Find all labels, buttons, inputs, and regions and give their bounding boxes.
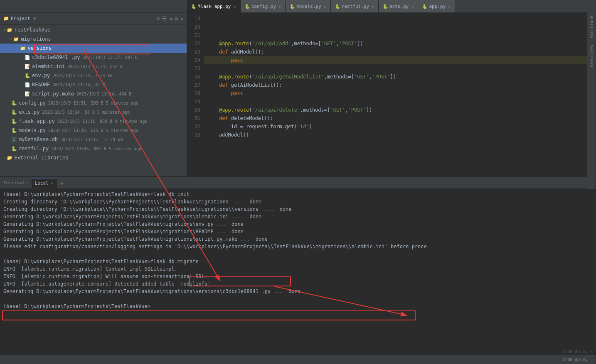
file-icon: 📁 — [7, 155, 12, 161]
terminal-line-0: (base) D:\workplace\PycharmProjects\Test… — [3, 191, 593, 198]
settings-icon[interactable]: ⚙ — [175, 16, 178, 22]
layout-icon[interactable]: ☰ — [162, 16, 167, 22]
file-meta: 2023/10/3 13:34, 3.34 kB — [52, 73, 113, 78]
file-icon: 🐍 — [191, 4, 196, 9]
terminal-tab-close[interactable]: ✕ — [51, 181, 54, 186]
code-line-21 — [204, 31, 596, 39]
code-content[interactable]: @app.route("/ai/api/add",methods=['GET',… — [204, 13, 596, 176]
tree-arrow: ▾ — [17, 46, 19, 50]
terminal-local-tab[interactable]: Local ✕ — [32, 178, 57, 188]
close-icon[interactable]: ✕ — [180, 16, 183, 22]
tree-item-alembic_ini[interactable]: 📝alembic.ini2023/10/3 13:34, 857 B — [0, 62, 187, 71]
tree-item-myDataBase_db[interactable]: 🗄️myDataBase.db2023/10/3 13:37, 12.29 kB — [0, 135, 187, 144]
tab-app_py[interactable]: 🐍app.py✕ — [418, 0, 455, 12]
terminal-line-5: Generating D:\workplace\PycharmProjects\… — [3, 228, 593, 235]
tab-exts_py[interactable]: 🐍exts.py✕ — [379, 0, 418, 12]
structure-label[interactable]: Structure — [589, 13, 595, 42]
line-num-26: 26 — [190, 73, 200, 81]
tree-arrow: ▾ — [3, 28, 5, 32]
sidebar-title: 📁 Project ▼ — [3, 16, 36, 21]
code-line-32: id = request.form.get("id") — [204, 122, 596, 131]
code-line-20 — [204, 23, 596, 31]
file-meta: 2023/10/3 13:14, 58 B 5 minutes ago — [42, 110, 130, 115]
terminal-line-2: Creating directory 'D:\\workplace\\Pycha… — [3, 205, 593, 213]
file-icon: 📁 — [7, 27, 12, 33]
tree-item-models_py[interactable]: 🐍models.py2023/10/3 13:20, 515 B 5 minut… — [0, 126, 187, 135]
terminal-tab-bar: Terminal: Local ✕ + — [0, 177, 596, 189]
tab-close[interactable]: ✕ — [448, 4, 451, 9]
tab-config_py[interactable]: 🐍config.py✕ — [241, 0, 286, 12]
file-icon: 📄 — [25, 55, 30, 60]
code-line-33: addModel() — [204, 131, 596, 139]
file-icon: 📄 — [25, 82, 30, 88]
tree-item-config_py[interactable]: 🐍config.py2023/10/3 13:31, 203 B 5 minut… — [0, 98, 187, 107]
file-icon: 📝 — [25, 64, 30, 69]
file-icon: 🐍 — [383, 4, 388, 9]
sidebar-toolbar: ⊕ ☰ ⇈ ⚙ ✕ — [157, 16, 183, 22]
code-container: 192021222324252627282930313233 @app.rout… — [187, 13, 596, 176]
terminal-body[interactable]: (base) D:\workplace\PycharmProjects\Test… — [0, 189, 596, 355]
line-num-31: 31 — [190, 114, 200, 122]
tree-item-TestFlaskVue[interactable]: ▾ 📁TestFlaskVue — [0, 25, 187, 34]
tree-item-migrations[interactable]: ▾ 📁migrations — [0, 34, 187, 44]
tree-item-flask_app_py[interactable]: 🐍flask_app.py2023/10/3 13:31, 889 B 4 mi… — [0, 117, 187, 126]
sidebar-title-text: Project — [11, 16, 30, 21]
add-icon[interactable]: ⊕ — [157, 16, 160, 22]
code-line-30: @app.route("/ai/api/delete",methods=['GE… — [204, 106, 596, 114]
tab-close[interactable]: ✕ — [233, 4, 236, 9]
tree-item-versions[interactable]: ▾ 📁versions — [0, 44, 187, 53]
terminal-line-7: Please edit configuration/connection/log… — [3, 243, 593, 250]
filename: TestFlaskVue — [14, 27, 50, 33]
tab-label: models.py — [296, 4, 321, 9]
tree-item-External Libraries[interactable]: ▸ 📁External Libraries — [0, 153, 187, 162]
filename: config.py — [19, 100, 46, 106]
tab-close[interactable]: ✕ — [372, 4, 374, 9]
line-num-27: 27 — [190, 81, 200, 89]
tree-arrow: ▾ — [10, 37, 12, 41]
tree-arrow: ▸ — [3, 156, 5, 160]
file-meta: 2023/10/3 13:37, 12.29 kB — [60, 137, 123, 142]
line-num-19: 19 — [190, 15, 200, 23]
line-num-23: 23 — [190, 48, 200, 56]
line-num-22: 22 — [190, 39, 200, 48]
file-icon: 📁 — [20, 46, 26, 51]
line-num-30: 30 — [190, 106, 200, 114]
fold-icon[interactable]: ⇈ — [169, 16, 172, 22]
dropdown-icon[interactable]: ▼ — [33, 16, 36, 21]
tab-close[interactable]: ✕ — [411, 4, 414, 9]
tree-item-restful_py[interactable]: 🐍restful.py2023/10/3 13:05, 807 B 5 minu… — [0, 144, 187, 153]
tree-item-README[interactable]: 📄README2023/10/3 13:34, 41 B — [0, 80, 187, 89]
code-line-28: pass — [204, 89, 596, 98]
code-line-24: pass — [204, 56, 596, 64]
file-meta: 2023/10/3 13:05, 807 B 5 minutes ago — [51, 147, 141, 151]
status-bar: CSDN @Jumy_S — [0, 355, 596, 364]
file-icon: 🐍 — [422, 4, 427, 9]
tab-models_py[interactable]: 🐍models.py✕ — [286, 0, 331, 12]
terminal-line-14 — [3, 295, 593, 303]
line-num-28: 28 — [190, 89, 200, 98]
file-meta: 2023/10/3 13:37, 987 B — [83, 55, 138, 60]
tree-item-c3dbc1e68941__py[interactable]: 📄c3dbc1e68941_.py2023/10/3 13:37, 987 B — [0, 53, 187, 62]
right-panel: Structure Favorites — [587, 13, 596, 176]
tab-close[interactable]: ✕ — [324, 4, 326, 9]
editor-area: 192021222324252627282930313233 @app.rout… — [187, 13, 596, 176]
file-meta: 2023/10/3 13:34, 494 B — [76, 92, 131, 96]
tree-item-env_py[interactable]: 🐍env.py2023/10/3 13:34, 3.34 kB — [0, 71, 187, 80]
tab-flask_app_py[interactable]: 🐍flask_app.py✕ — [187, 0, 241, 12]
code-line-22: @app.route("/ai/api/add",methods=['GET',… — [204, 39, 596, 48]
favorites-label[interactable]: Favorites — [589, 42, 595, 71]
code-line-31: def deleteModel(): — [204, 114, 596, 122]
file-icon: 🐍 — [245, 4, 250, 9]
filename: exts.py — [19, 109, 40, 115]
tab-close[interactable]: ✕ — [278, 4, 281, 9]
terminal-local-label: Local — [35, 181, 49, 186]
code-line-23: def addModel(): — [204, 48, 596, 56]
tree-item-script_py_mako[interactable]: 📝script.py.mako2023/10/3 13:34, 494 B — [0, 89, 187, 98]
tab-bar: 🐍flask_app.py✕🐍config.py✕🐍models.py✕🐍res… — [0, 0, 596, 13]
tab-restful_py[interactable]: 🐍restful.py✕ — [331, 0, 379, 12]
terminal-line-15: (base) D:\workplace\PycharmProjects\Test… — [3, 303, 593, 310]
tree-item-exts_py[interactable]: 🐍exts.py2023/10/3 13:14, 58 B 5 minutes … — [0, 107, 187, 117]
folder-icon: 📁 — [3, 16, 9, 21]
terminal-add-btn[interactable]: + — [59, 180, 65, 186]
file-icon: 🐍 — [11, 119, 17, 124]
